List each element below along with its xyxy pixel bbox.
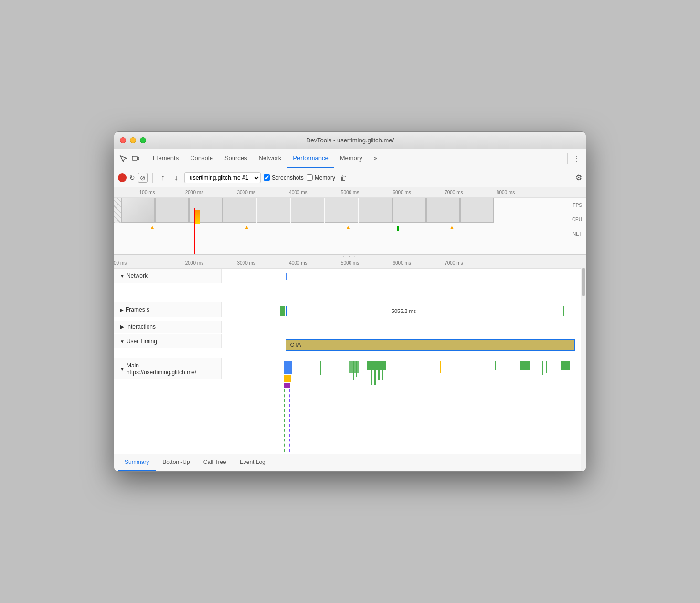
settings-icon[interactable]: ⚙: [575, 173, 582, 182]
svg-rect-0: [132, 156, 137, 160]
tab-network[interactable]: Network: [253, 149, 287, 168]
record-button[interactable]: [118, 173, 127, 182]
flame-green-wide: [367, 361, 386, 370]
title-bar: DevTools - usertiming.glitch.me/: [114, 132, 586, 149]
timeline-overview[interactable]: 100 ms 2000 ms 3000 ms 4000 ms 5000 ms 6…: [114, 187, 586, 254]
devtools-window: DevTools - usertiming.glitch.me/ Element…: [114, 131, 586, 472]
warning-triangle-1: ▲: [149, 224, 155, 231]
warning-triangle-3: ▲: [345, 224, 351, 231]
screenshots-checkbox[interactable]: [264, 174, 270, 181]
main-label-text: Main — https://usertiming.glitch.me/: [127, 362, 215, 376]
user-timing-label-text: User Timing: [127, 338, 157, 345]
screenshots-checkbox-label: Screenshots: [264, 174, 304, 181]
minimize-button[interactable]: [130, 137, 136, 143]
main-task-yellow: [284, 375, 291, 382]
lower-tick-3000ms: 3000 ms: [237, 260, 255, 266]
flame-orange-1: [440, 361, 441, 373]
frames-content[interactable]: 5055.2 ms: [222, 302, 586, 320]
upload-icon[interactable]: ↑: [158, 172, 168, 183]
tab-console[interactable]: Console: [184, 149, 219, 168]
toolbar-right: ⋮: [567, 153, 582, 164]
network-collapse-arrow[interactable]: ▼: [120, 273, 125, 279]
network-content[interactable]: [222, 269, 586, 302]
flame-5: [371, 370, 372, 385]
traffic-lights: [120, 137, 146, 143]
flame-far-right-3: [546, 361, 547, 373]
toolbar-inspect-tools: [118, 153, 145, 164]
more-options-icon[interactable]: ⋮: [572, 153, 582, 164]
flame-far-right-4: [561, 361, 570, 370]
flame-far-right: [520, 361, 530, 370]
screenshot-thumb-11: [460, 198, 494, 223]
tab-event-log[interactable]: Event Log: [233, 454, 272, 471]
tab-sources[interactable]: Sources: [219, 149, 253, 168]
time-ruler-lower: 000 ms 2000 ms 3000 ms 4000 ms 5000 ms 6…: [114, 258, 586, 269]
tab-memory[interactable]: Memory: [334, 149, 368, 168]
time-ruler-top: 100 ms 2000 ms 3000 ms 4000 ms 5000 ms 6…: [114, 187, 586, 198]
tab-performance[interactable]: Performance: [287, 149, 334, 168]
interactions-label-text: Interactions: [126, 323, 156, 330]
memory-checkbox-label: Memory: [307, 174, 335, 181]
tick-2000ms: 2000 ms: [185, 190, 203, 195]
screenshot-thumb-4: [223, 198, 256, 223]
main-content[interactable]: [222, 358, 586, 454]
delete-recording-icon[interactable]: 🗑: [338, 172, 349, 183]
timeline-tracks[interactable]: FPS CPU NET: [114, 198, 586, 254]
frames-bar-blue: [286, 306, 287, 316]
separator: [152, 173, 153, 183]
devtools-content: 100 ms 2000 ms 3000 ms 4000 ms 5000 ms 6…: [114, 187, 586, 471]
bottom-tabs: Summary Bottom-Up Call Tree Event Log: [114, 454, 586, 471]
nav-toolbar: Elements Console Sources Network Perform…: [114, 149, 586, 168]
tab-call-tree[interactable]: Call Tree: [197, 454, 233, 471]
stop-button[interactable]: ⊘: [138, 173, 148, 183]
reload-button[interactable]: ↻: [129, 174, 135, 182]
close-button[interactable]: [120, 137, 126, 143]
inspect-icon[interactable]: [118, 153, 128, 164]
cta-label: CTA: [290, 342, 301, 348]
network-label-text: Network: [127, 272, 148, 279]
tab-summary[interactable]: Summary: [118, 454, 156, 471]
window-title: DevTools - usertiming.glitch.me/: [306, 137, 394, 144]
svg-rect-1: [138, 157, 139, 160]
frames-section-label: ▶ Frames s: [114, 302, 222, 317]
maximize-button[interactable]: [140, 137, 146, 143]
lower-tick-0ms: 000 ms: [114, 260, 127, 266]
screenshot-thumb-1: [121, 198, 155, 223]
timeline-marker-red: [194, 208, 195, 254]
session-select[interactable]: usertiming.glitch.me #1: [184, 172, 261, 183]
network-section: ▼ Network: [114, 269, 586, 302]
user-timing-arrow[interactable]: ▼: [120, 339, 125, 344]
memory-checkbox[interactable]: [307, 174, 313, 181]
screenshot-thumb-5: [257, 198, 290, 223]
interactions-content[interactable]: [222, 320, 586, 334]
nav-tabs: Elements Console Sources Network Perform…: [147, 149, 567, 168]
interactions-section: ▶ Interactions: [114, 320, 586, 334]
user-timing-content[interactable]: CTA: [222, 334, 586, 358]
interactions-arrow[interactable]: ▶: [120, 323, 124, 330]
hatch-area: [114, 198, 121, 223]
resize-handle-top[interactable]: · · ·: [114, 254, 586, 258]
user-timing-section: ▼ User Timing CTA: [114, 334, 586, 358]
flame-3: [353, 361, 354, 380]
warning-triangle-2: ▲: [244, 224, 250, 231]
main-section: ▼ Main — https://usertiming.glitch.me/: [114, 358, 586, 454]
cta-bar[interactable]: CTA: [286, 339, 575, 351]
net-request-bar-1: [286, 273, 287, 280]
flame-far-right-2: [542, 361, 543, 375]
tab-bottom-up[interactable]: Bottom-Up: [156, 454, 196, 471]
network-section-label: ▼ Network: [114, 269, 222, 283]
cpu-label: CPU: [572, 217, 582, 222]
flame-6: [374, 370, 376, 385]
tab-elements[interactable]: Elements: [147, 149, 184, 168]
lower-timeline: 000 ms 2000 ms 3000 ms 4000 ms 5000 ms 6…: [114, 258, 586, 471]
main-collapse-arrow[interactable]: ▼: [120, 366, 125, 372]
frames-collapse-arrow[interactable]: ▶: [120, 307, 124, 312]
device-toggle-icon[interactable]: [130, 153, 141, 164]
download-icon[interactable]: ↓: [171, 172, 181, 183]
green-marker-top: [397, 226, 399, 231]
record-controls: ↻ ⊘ ↑ ↓ usertiming.glitch.me #1 Screensh…: [114, 168, 586, 187]
tab-more[interactable]: »: [368, 149, 383, 168]
main-dashed-purple: [289, 389, 290, 452]
frames-label-text: Frames s: [126, 306, 149, 313]
user-timing-section-label: ▼ User Timing: [114, 334, 222, 348]
